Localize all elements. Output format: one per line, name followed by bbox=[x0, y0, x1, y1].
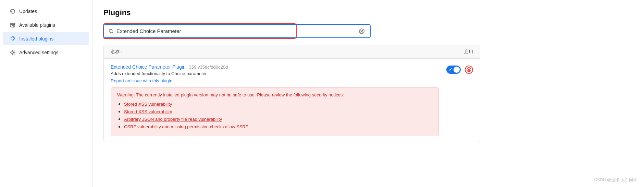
svg-line-3 bbox=[112, 32, 113, 33]
sidebar-item-advanced-settings[interactable]: Advanced settings bbox=[3, 46, 89, 59]
sidebar-item-updates[interactable]: Updates bbox=[3, 5, 89, 18]
page-title: Plugins bbox=[103, 8, 633, 17]
update-icon bbox=[10, 8, 16, 14]
plugin-content: Extended Choice Parameter Plugin 359.v35… bbox=[111, 64, 439, 136]
sort-arrow-icon[interactable]: ↓ bbox=[121, 50, 123, 54]
plugin-delete-button[interactable] bbox=[465, 66, 473, 74]
plugin-enable-toggle[interactable]: ✓ bbox=[446, 66, 461, 74]
sidebar-item-updates-label: Updates bbox=[19, 9, 37, 14]
search-clear-button[interactable] bbox=[358, 27, 366, 35]
warning-list: Stored XSS vulnerability Stored XSS vuln… bbox=[117, 101, 432, 130]
plugin-name-link[interactable]: Extended Choice Parameter Plugin bbox=[111, 64, 186, 70]
search-input[interactable] bbox=[116, 25, 358, 37]
list-item: CSRF vulnerability and missing permissio… bbox=[124, 124, 432, 130]
list-item: Arbitrary JSON and property file read vu… bbox=[124, 116, 432, 122]
warning-text: Warning: The currently installed plugin … bbox=[117, 92, 432, 97]
warning-link-1[interactable]: Stored XSS vulnerability bbox=[124, 102, 172, 107]
main-content: Plugins 名称 bbox=[92, 0, 644, 187]
table-row: Extended Choice Parameter Plugin 359.v35… bbox=[104, 59, 480, 142]
puzzle-icon bbox=[10, 36, 16, 42]
sidebar-item-advanced-label: Advanced settings bbox=[19, 50, 58, 55]
plugin-actions: ✓ bbox=[439, 64, 473, 74]
plugin-table: 名称 ↓ 启用 Extended Choice Parameter Plugin… bbox=[103, 45, 480, 142]
plugin-description: Adds extended functionality to Choice pa… bbox=[111, 71, 439, 76]
table-header-enabled: 启用 bbox=[453, 49, 473, 55]
sidebar-item-installed-label: Installed plugins bbox=[19, 36, 53, 42]
warning-link-4[interactable]: CSRF vulnerability and missing permissio… bbox=[124, 124, 248, 129]
warning-box: Warning: The currently installed plugin … bbox=[111, 87, 439, 136]
svg-rect-0 bbox=[11, 25, 15, 27]
plugin-report-link[interactable]: Report an issue with this plugin bbox=[111, 78, 172, 83]
search-container bbox=[103, 24, 633, 38]
store-icon bbox=[10, 22, 16, 28]
gear-icon bbox=[10, 49, 16, 56]
search-icon bbox=[108, 28, 114, 34]
table-header: 名称 ↓ 启用 bbox=[104, 45, 480, 59]
sidebar: Updates Available plugins Installed plug… bbox=[0, 0, 92, 187]
list-item: Stored XSS vulnerability bbox=[124, 101, 432, 107]
sidebar-item-available-label: Available plugins bbox=[19, 22, 55, 28]
warning-link-2[interactable]: Stored XSS vulnerability bbox=[124, 109, 172, 114]
search-wrapper bbox=[103, 24, 371, 38]
warning-link-3[interactable]: Arbitrary JSON and property file read vu… bbox=[124, 117, 222, 122]
sidebar-item-installed-plugins[interactable]: Installed plugins bbox=[3, 32, 89, 45]
plugin-version: 359.v35dcfdd0c20d bbox=[189, 65, 228, 70]
table-header-name: 名称 ↓ bbox=[111, 49, 453, 55]
svg-point-1 bbox=[12, 52, 14, 54]
toggle-check-icon: ✓ bbox=[449, 67, 452, 72]
list-item: Stored XSS vulnerability bbox=[124, 108, 432, 115]
plugin-title-row: Extended Choice Parameter Plugin 359.v35… bbox=[111, 64, 439, 70]
sidebar-item-available-plugins[interactable]: Available plugins bbox=[3, 19, 89, 32]
footer-watermark: CSDN @运维-大白同学 bbox=[594, 177, 637, 183]
name-col-label: 名称 bbox=[111, 49, 120, 55]
